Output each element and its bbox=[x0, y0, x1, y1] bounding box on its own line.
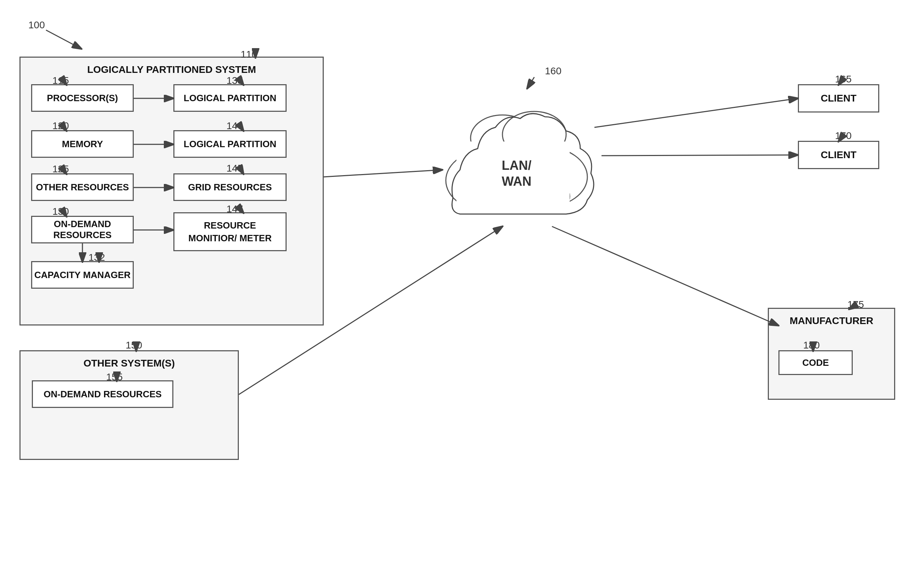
ref-165: 165 bbox=[835, 74, 852, 85]
logical-partition2-box: LOGICAL PARTITION bbox=[173, 130, 286, 158]
grid-resources-box: GRID RESOURCES bbox=[173, 173, 286, 201]
svg-text:LAN/: LAN/ bbox=[502, 158, 532, 173]
client1-box: CLIENT bbox=[798, 84, 879, 113]
ref-110: 110 bbox=[241, 49, 257, 60]
resource-monitor-box: RESOURCE MONITIOR/ METER bbox=[173, 212, 286, 251]
logical-partition1-box: LOGICAL PARTITION bbox=[173, 84, 286, 112]
main-system-label: LOGICALLY PARTITIONED SYSTEM bbox=[87, 64, 256, 75]
ref-100: 100 bbox=[28, 19, 45, 31]
code-box: CODE bbox=[778, 350, 853, 375]
svg-rect-36 bbox=[456, 142, 570, 223]
memory-box: MEMORY bbox=[31, 130, 134, 158]
svg-point-31 bbox=[478, 131, 556, 187]
processor-box: PROCESSOR(S) bbox=[31, 84, 134, 112]
svg-line-26 bbox=[595, 99, 798, 128]
capacity-mgr-box: CAPACITY MANAGER bbox=[31, 261, 134, 289]
svg-line-2 bbox=[46, 30, 81, 49]
ref-180: 180 bbox=[803, 340, 820, 351]
svg-text:WAN: WAN bbox=[502, 174, 532, 189]
other-system-label: OTHER SYSTEM(S) bbox=[84, 358, 175, 369]
svg-point-34 bbox=[470, 115, 534, 161]
svg-line-25 bbox=[324, 170, 442, 177]
ref-170: 170 bbox=[835, 130, 852, 142]
client2-box: CLIENT bbox=[798, 141, 879, 169]
svg-point-30 bbox=[446, 149, 538, 212]
svg-point-32 bbox=[503, 147, 587, 207]
svg-text:160: 160 bbox=[545, 65, 561, 76]
svg-point-33 bbox=[470, 171, 570, 221]
diagram-container: 100 LOGICALLY PARTITIONED SYSTEM 110 115… bbox=[0, 0, 915, 588]
ref-175: 175 bbox=[847, 299, 864, 310]
ref-145: 145 bbox=[226, 163, 243, 174]
other-system-on-demand-box: ON-DEMAND RESOURCES bbox=[32, 380, 173, 408]
on-demand-box: ON-DEMAND RESOURCES bbox=[31, 216, 134, 243]
svg-line-27 bbox=[601, 155, 798, 156]
ref-150: 150 bbox=[126, 340, 142, 351]
svg-line-15 bbox=[527, 77, 534, 89]
other-resources-box: OTHER RESOURCES bbox=[31, 173, 134, 201]
svg-point-35 bbox=[503, 111, 566, 157]
svg-line-28 bbox=[552, 226, 778, 325]
